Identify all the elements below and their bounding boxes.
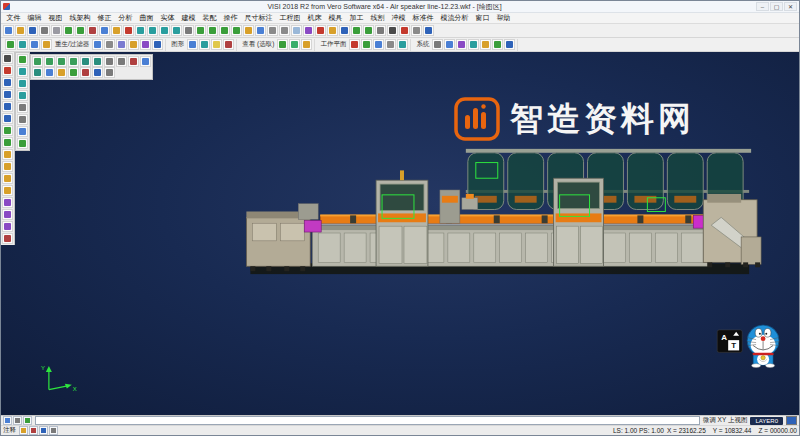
menu-surface[interactable]: 曲面 [136,13,157,23]
view-top-icon[interactable] [207,25,218,36]
interference-check-icon[interactable] [80,67,91,78]
draw-arc-icon[interactable] [2,89,13,100]
shading-mode-icon[interactable] [187,39,198,50]
plane-xy-icon[interactable] [349,39,360,50]
text-icon[interactable] [387,25,398,36]
chamfer-icon[interactable] [2,185,13,196]
previous-view-icon[interactable] [17,102,28,113]
mini-text-toolbar[interactable]: A T [717,330,742,353]
move-icon[interactable] [2,197,13,208]
pan-icon[interactable] [183,25,194,36]
draw-spline-icon[interactable] [2,137,13,148]
select-chain-icon[interactable] [301,39,312,50]
flag-icon[interactable] [29,426,38,435]
redraw-all-icon[interactable] [17,126,28,137]
trim-icon[interactable] [2,149,13,160]
plane-yz-icon[interactable] [373,39,384,50]
copy-icon[interactable] [99,25,110,36]
database-icon[interactable] [444,39,455,50]
paste-icon[interactable] [111,25,122,36]
selection-filter-icon[interactable] [339,25,350,36]
keyboard-entry-icon[interactable] [13,416,22,425]
screen-capture-icon[interactable] [104,67,115,78]
save-icon[interactable] [27,25,38,36]
library-icon[interactable] [480,39,491,50]
rotate-view-icon[interactable] [243,25,254,36]
minimize-button[interactable]: – [756,2,769,11]
select-all-icon[interactable] [92,56,103,67]
menu-drafting[interactable]: 工程图 [276,13,304,23]
view-cube-icon[interactable] [17,54,28,65]
viewport-3d[interactable]: 智造资料网 [1,52,799,415]
dynamic-pan-icon[interactable] [17,78,28,89]
filter-solids-icon[interactable] [140,39,151,50]
calculator-icon[interactable] [492,39,503,50]
select-feature-icon[interactable] [68,56,79,67]
menu-window[interactable]: 窗口 [472,13,493,23]
menu-standard-parts[interactable]: 标准件 [409,13,437,23]
layer-manager-icon[interactable] [303,25,314,36]
regenerate-icon[interactable] [5,39,16,50]
measure-angle-icon[interactable] [363,25,374,36]
shaded-view-icon[interactable] [255,25,266,36]
invert-selection-icon[interactable] [116,56,127,67]
select-polygon-icon[interactable] [289,39,300,50]
show-all-icon[interactable] [140,56,151,67]
deselect-all-icon[interactable] [104,56,115,67]
select-face-icon[interactable] [32,56,43,67]
transparency-icon[interactable] [291,25,302,36]
hidden-line-view-icon[interactable] [279,25,290,36]
plugin-icon[interactable] [468,39,479,50]
offset-icon[interactable] [2,233,13,244]
grid-icon[interactable] [411,25,422,36]
filter-surfaces-icon[interactable] [128,39,139,50]
macro-icon[interactable] [456,39,467,50]
view-iso-icon[interactable] [195,25,206,36]
zoom-window-icon[interactable] [135,25,146,36]
lighting-icon[interactable] [211,39,222,50]
system-settings-icon[interactable] [432,39,443,50]
fillet-icon[interactable] [2,173,13,184]
cut-icon[interactable] [87,25,98,36]
view-mode-status[interactable]: 微调 XY 上视图 [703,416,748,425]
menu-view[interactable]: 视图 [45,13,66,23]
view-front-icon[interactable] [219,25,230,36]
redraw-icon[interactable] [17,39,28,50]
select-loop-icon[interactable] [80,56,91,67]
snap-settings-icon[interactable] [23,416,32,425]
open-file-icon[interactable] [15,25,26,36]
help-icon[interactable] [504,39,515,50]
menu-flow-analysis[interactable]: 模流分析 [437,13,472,23]
filter-all-icon[interactable] [92,39,103,50]
measure-3d-icon[interactable] [92,67,103,78]
zoom-out-icon[interactable] [159,25,170,36]
close-button[interactable]: ✕ [784,2,797,11]
menu-mold[interactable]: 模具 [325,13,346,23]
undo-icon[interactable] [63,25,74,36]
zoom-fit-icon[interactable] [171,25,182,36]
delete-icon[interactable] [123,25,134,36]
measure-distance-icon[interactable] [351,25,362,36]
new-file-icon[interactable] [3,25,14,36]
rebuild-icon[interactable] [41,39,52,50]
mirror-icon[interactable] [2,221,13,232]
note-icon[interactable] [19,426,28,435]
hide-selected-icon[interactable] [128,56,139,67]
scale-status[interactable]: LS: 1.00 PS: 1.00 [613,427,664,434]
draw-line-icon[interactable] [2,77,13,88]
menu-solid[interactable]: 实体 [157,13,178,23]
menu-machine[interactable]: 机床 [304,13,325,23]
command-input[interactable] [35,416,700,425]
draw-circle-icon[interactable] [2,101,13,112]
zoom-in-icon[interactable] [147,25,158,36]
active-color-swatch[interactable] [786,416,797,425]
select-body-icon[interactable] [56,56,67,67]
view-right-icon[interactable] [231,25,242,36]
plane-3pt-icon[interactable] [385,39,396,50]
menu-help[interactable]: 帮助 [493,13,514,23]
color-icon[interactable] [315,25,326,36]
menu-file[interactable]: 文件 [3,13,24,23]
print-icon[interactable] [39,25,50,36]
explode-view-icon[interactable] [56,67,67,78]
dynamic-rotate-icon[interactable] [17,66,28,77]
